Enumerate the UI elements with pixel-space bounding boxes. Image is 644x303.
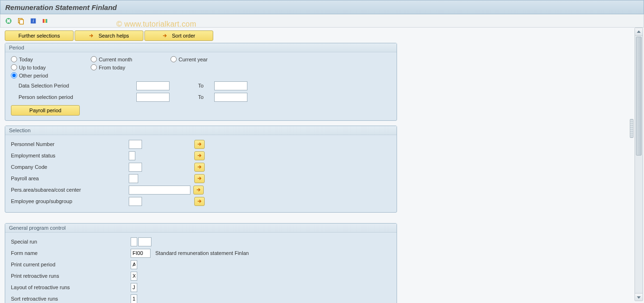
employee-group-multi-button[interactable] bbox=[194, 197, 205, 206]
radio-up-to-today[interactable]: Up to today bbox=[11, 64, 87, 70]
radio-current-year[interactable]: Current year bbox=[170, 56, 246, 62]
data-selection-period-label: Data Selection Period bbox=[19, 83, 114, 88]
svg-rect-7 bbox=[46, 19, 47, 23]
radio-from-today[interactable]: From today bbox=[91, 64, 167, 70]
arrow-right-icon bbox=[161, 32, 168, 39]
person-selection-period-label: Person selection period bbox=[19, 94, 114, 100]
personnel-number-multi-button[interactable] bbox=[194, 140, 205, 149]
to-label-1: To bbox=[198, 83, 214, 88]
radio-today[interactable]: Today bbox=[11, 56, 87, 62]
employment-status-input[interactable] bbox=[129, 151, 135, 160]
data-selection-from-input[interactable] bbox=[136, 81, 170, 90]
person-selection-from-input[interactable] bbox=[136, 93, 170, 102]
company-code-multi-button[interactable] bbox=[194, 163, 205, 172]
scroll-up-icon[interactable] bbox=[635, 28, 643, 36]
radio-cm-label: Current month bbox=[99, 57, 132, 62]
layout-retro-input[interactable] bbox=[131, 283, 137, 292]
personnel-number-label: Personnel Number bbox=[11, 141, 117, 147]
further-selections-label: Further selections bbox=[19, 33, 60, 39]
payroll-area-input[interactable] bbox=[129, 174, 138, 183]
to-label-2: To bbox=[198, 94, 214, 100]
radio-other-period[interactable]: Other period bbox=[11, 72, 87, 78]
radio-current-month[interactable]: Current month bbox=[91, 56, 167, 62]
page-title-text: Remuneration Statement Finland bbox=[5, 3, 117, 11]
data-selection-to-input[interactable] bbox=[214, 81, 247, 90]
radio-cy-label: Current year bbox=[179, 57, 208, 62]
execute-icon[interactable] bbox=[4, 17, 13, 25]
radio-ft-label: From today bbox=[99, 65, 125, 70]
personnel-number-input[interactable] bbox=[129, 140, 142, 149]
selection-group-title: Selection bbox=[5, 126, 397, 135]
employment-status-label: Employment status bbox=[11, 153, 117, 158]
content-area: Further selections Search helps Sort ord… bbox=[0, 28, 644, 303]
print-current-input[interactable] bbox=[131, 260, 137, 269]
special-run-input-2[interactable] bbox=[138, 237, 152, 246]
pers-area-multi-button[interactable] bbox=[193, 186, 204, 195]
radio-op-label: Other period bbox=[19, 73, 48, 78]
scroll-thumb[interactable] bbox=[636, 37, 642, 156]
radio-today-label: Today bbox=[19, 57, 33, 62]
period-group-title: Period bbox=[5, 43, 397, 52]
selection-group: Selection Personnel Number Employment st… bbox=[5, 126, 397, 213]
sort-order-label: Sort order bbox=[172, 33, 195, 39]
further-selections-button[interactable]: Further selections bbox=[5, 30, 74, 41]
arrow-right-icon bbox=[88, 32, 95, 39]
layout-retro-label: Layout of retroactive runs bbox=[11, 284, 117, 290]
employment-status-multi-button[interactable] bbox=[194, 151, 205, 160]
svg-text:i: i bbox=[33, 19, 34, 23]
print-retro-label: Print retroactive runs bbox=[11, 273, 117, 279]
employee-group-input[interactable] bbox=[129, 197, 142, 206]
sort-retro-label: Sort retroactive runs bbox=[11, 296, 117, 302]
form-name-input[interactable] bbox=[131, 249, 151, 258]
radio-utt-label: Up to today bbox=[19, 65, 46, 70]
pers-area-label: Pers.area/subarea/cost center bbox=[11, 187, 117, 193]
splitter-grip[interactable] bbox=[630, 119, 634, 138]
print-current-label: Print current period bbox=[11, 262, 117, 267]
scroll-down-icon[interactable] bbox=[635, 293, 643, 301]
svg-rect-2 bbox=[19, 20, 23, 24]
general-group: General program control Special run Form… bbox=[5, 223, 397, 303]
company-code-input[interactable] bbox=[129, 163, 142, 172]
svg-rect-6 bbox=[44, 19, 46, 23]
vertical-scrollbar[interactable] bbox=[635, 28, 643, 301]
selection-body: Personnel Number Employment status Compa… bbox=[5, 135, 397, 212]
company-code-label: Company Code bbox=[11, 164, 117, 170]
search-helps-button[interactable]: Search helps bbox=[75, 30, 143, 41]
print-retro-input[interactable] bbox=[131, 272, 137, 281]
sort-retro-input[interactable] bbox=[131, 294, 137, 303]
employee-group-label: Employee group/subgroup bbox=[11, 198, 117, 204]
general-body: Special run Form name Standard remunerat… bbox=[5, 233, 397, 303]
page-title: Remuneration Statement Finland bbox=[0, 0, 644, 14]
payroll-period-button[interactable]: Payroll period bbox=[11, 105, 80, 116]
period-group: Period Today Current month Current year … bbox=[5, 43, 397, 121]
top-button-row: Further selections Search helps Sort ord… bbox=[5, 30, 639, 41]
special-run-label: Special run bbox=[11, 239, 117, 244]
svg-rect-5 bbox=[43, 19, 44, 23]
payroll-period-label: Payroll period bbox=[29, 108, 61, 113]
payroll-area-label: Payroll area bbox=[11, 176, 117, 181]
sort-order-button[interactable]: Sort order bbox=[144, 30, 213, 41]
form-name-label: Form name bbox=[11, 250, 117, 256]
period-body: Today Current month Current year Up to t… bbox=[5, 52, 397, 120]
variant-get-icon[interactable] bbox=[17, 17, 25, 25]
general-group-title: General program control bbox=[5, 224, 397, 233]
structure-icon[interactable] bbox=[41, 17, 50, 25]
info-icon[interactable]: i bbox=[29, 17, 38, 25]
app-toolbar: i bbox=[0, 14, 644, 28]
search-helps-label: Search helps bbox=[98, 33, 129, 39]
form-name-desc: Standard remuneration statement Finlan bbox=[155, 250, 249, 256]
special-run-input-1[interactable] bbox=[131, 237, 137, 246]
payroll-area-multi-button[interactable] bbox=[194, 174, 205, 183]
pers-area-input[interactable] bbox=[129, 186, 190, 195]
person-selection-to-input[interactable] bbox=[214, 93, 247, 102]
